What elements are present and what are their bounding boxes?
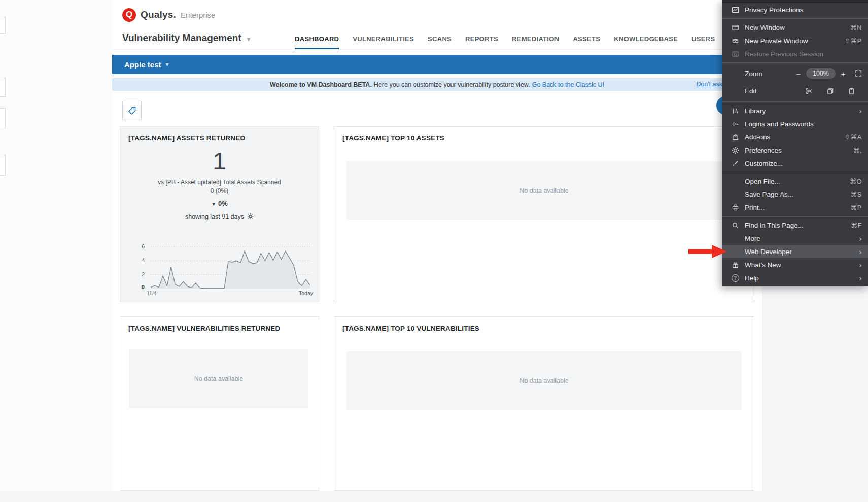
save-page-icon-spacer (731, 190, 740, 198)
gear-icon[interactable] (247, 213, 254, 220)
cut-icon[interactable] (798, 87, 819, 95)
tab-users[interactable]: USERS (691, 35, 715, 49)
menu-separator (722, 62, 868, 63)
left-edge-artifact (0, 17, 6, 34)
menu-item-restore-previous-session: Restore Previous Session (722, 47, 868, 60)
chevron-right-icon: › (859, 261, 862, 269)
qualys-logo: Q (122, 8, 136, 22)
menu-item-privacy-protections[interactable]: Privacy Protections (722, 3, 868, 16)
app-header: Q Qualys. Enterprise (112, 0, 762, 23)
x-label-start: 11/4 (147, 290, 157, 296)
menu-item-label: Add-ons (745, 133, 839, 141)
paste-icon[interactable] (841, 87, 862, 95)
help-icon: ? (731, 274, 740, 282)
card-top-10-assets: [TAGS.NAME] TOP 10 ASSETS No data availa… (334, 126, 754, 302)
menu-item-help[interactable]: ? Help › (722, 271, 868, 284)
chevron-right-icon: › (859, 274, 862, 282)
zoom-in-button[interactable]: + (837, 69, 850, 78)
restore-session-icon (731, 50, 740, 58)
card-vulnerabilities-returned: [TAGS.NAME] VULNERABILITIES RETURNED No … (120, 316, 319, 491)
menu-item-library[interactable]: Library › (722, 104, 868, 117)
edit-icon-spacer (731, 87, 740, 95)
menu-item-preferences[interactable]: Preferences ⌘, (722, 144, 868, 157)
tab-reports[interactable]: REPORTS (465, 35, 498, 49)
tag-filter-button[interactable] (122, 101, 142, 120)
menu-item-label: Help (745, 274, 855, 282)
menu-item-label: What's New (745, 261, 855, 269)
brand-edition: Enterprise (181, 11, 215, 19)
web-developer-icon-spacer (731, 247, 740, 256)
dashboard-selector[interactable]: Apple test (124, 60, 161, 69)
module-title-text: Vulnerability Management (122, 32, 241, 43)
tag-icon (128, 106, 136, 115)
card-title: [TAGS.NAME] TOP 10 VULNERABILITIES (334, 317, 754, 332)
menu-item-label: Restore Previous Session (745, 50, 862, 58)
banner-text: Here you can customize your vulnerabilit… (374, 81, 530, 88)
tab-knowledgebase[interactable]: KNOWLEDGEBASE (614, 35, 678, 49)
classic-ui-link[interactable]: Go Back to the Classic UI (532, 81, 604, 88)
menu-item-save-page-as[interactable]: Save Page As... ⌘S (722, 188, 868, 201)
menu-item-label: Library (745, 107, 855, 115)
fullscreen-icon[interactable] (855, 70, 862, 77)
x-label-end: Today (299, 290, 313, 296)
menu-item-edit: Edit (722, 82, 868, 99)
menu-item-label: Web Developer (745, 248, 855, 256)
search-icon (731, 221, 740, 229)
chevron-right-icon: › (859, 234, 862, 243)
module-chevron-down-icon[interactable]: ▾ (247, 35, 250, 43)
gear-icon (731, 146, 740, 154)
empty-state-text: No data available (519, 187, 569, 194)
menu-item-whats-new[interactable]: What's New › (722, 258, 868, 271)
open-file-icon-spacer (731, 177, 740, 185)
zoom-icon-spacer (731, 69, 740, 78)
sparkline-svg (149, 244, 312, 289)
new-window-icon (731, 23, 740, 31)
menu-item-add-ons[interactable]: Add-ons ⇧⌘A (722, 130, 868, 144)
menu-item-label: New Private Window (745, 37, 839, 45)
menu-item-print[interactable]: Print... ⌘P (722, 201, 868, 214)
menu-shortcut: ⇧⌘A (845, 133, 862, 141)
tab-scans[interactable]: SCANS (428, 35, 452, 49)
tab-remediation[interactable]: REMEDIATION (512, 35, 559, 49)
copy-icon[interactable] (819, 87, 841, 95)
selector-chevron-down-icon[interactable]: ▾ (166, 61, 169, 68)
left-edge-artifact (0, 155, 6, 176)
left-edge-artifact (0, 108, 6, 128)
chevron-right-icon: › (859, 247, 862, 256)
menu-item-zoom: Zoom − 100% + (722, 65, 868, 82)
menu-shortcut: ⌘O (850, 177, 862, 185)
menu-item-logins-and-passwords[interactable]: Logins and Passwords (722, 117, 868, 130)
menu-item-new-private-window[interactable]: New Private Window ⇧⌘P (722, 34, 868, 47)
menu-item-customize[interactable]: Customize... (722, 157, 868, 170)
screen: Q Qualys. Enterprise Vulnerability Manag… (0, 0, 868, 502)
menu-item-more[interactable]: More › (722, 232, 868, 245)
comparison-line2: 0 (0%) (120, 187, 319, 195)
y-tick-zero: 0 (135, 284, 145, 290)
menu-item-label: More (745, 235, 855, 242)
menu-shortcut: ⌘F (851, 222, 862, 229)
tab-vulnerabilities[interactable]: VULNERABILITIES (353, 35, 414, 49)
card-title: [TAGS.NAME] VULNERABILITIES RETURNED (120, 317, 319, 332)
menu-item-web-developer[interactable]: Web Developer › (722, 245, 868, 258)
dont-ask-link[interactable]: Don't ask (696, 81, 722, 88)
menu-shortcut: ⇧⌘P (845, 37, 862, 45)
page-title: Vulnerability Management ▾ (122, 32, 250, 49)
menu-item-new-window[interactable]: New Window ⌘N (722, 21, 868, 34)
menu-separator (722, 216, 868, 217)
tab-dashboard[interactable]: DASHBOARD (295, 35, 339, 49)
menu-item-label: Logins and Passwords (745, 120, 862, 128)
tab-assets[interactable]: ASSETS (573, 35, 600, 49)
menu-item-find-in-this-page[interactable]: Find in This Page... ⌘F (722, 219, 868, 232)
menu-item-open-file[interactable]: Open File... ⌘O (722, 174, 868, 188)
down-triangle-icon: ▼ (211, 201, 216, 207)
empty-state: No data available (346, 161, 742, 220)
menu-separator (722, 172, 868, 172)
red-arrow-annotation (688, 244, 727, 261)
firefox-menu: Privacy Protections New Window ⌘N New Pr… (722, 0, 868, 286)
menu-item-label: New Window (745, 24, 844, 31)
zoom-level-value[interactable]: 100% (806, 68, 836, 79)
gift-icon (731, 261, 740, 269)
empty-state-text: No data available (519, 377, 569, 384)
printer-icon (731, 203, 740, 211)
zoom-out-button[interactable]: − (792, 69, 805, 78)
